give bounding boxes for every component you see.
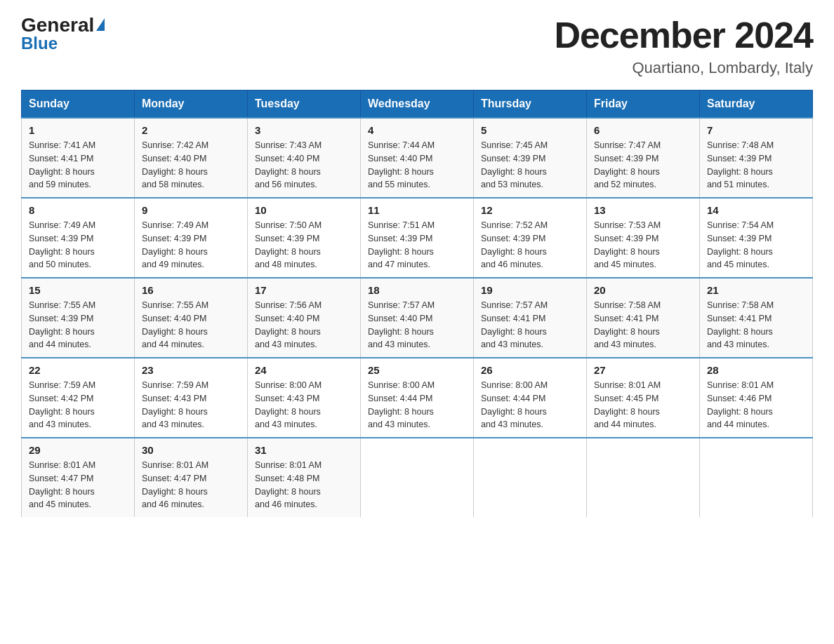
calendar-title: December 2024 bbox=[554, 14, 813, 56]
day-info: Sunrise: 7:45 AM Sunset: 4:39 PM Dayligh… bbox=[481, 139, 579, 192]
day-cell: 7 Sunrise: 7:48 AM Sunset: 4:39 PM Dayli… bbox=[700, 118, 813, 198]
day-cell: 27 Sunrise: 8:01 AM Sunset: 4:45 PM Dayl… bbox=[587, 358, 700, 438]
day-cell: 17 Sunrise: 7:56 AM Sunset: 4:40 PM Dayl… bbox=[248, 278, 361, 358]
day-info: Sunrise: 7:53 AM Sunset: 4:39 PM Dayligh… bbox=[594, 219, 692, 271]
day-info: Sunrise: 7:58 AM Sunset: 4:41 PM Dayligh… bbox=[707, 299, 805, 351]
day-info: Sunrise: 7:52 AM Sunset: 4:39 PM Dayligh… bbox=[481, 219, 579, 271]
day-number: 15 bbox=[29, 284, 127, 296]
day-number: 9 bbox=[142, 204, 240, 216]
day-number: 7 bbox=[707, 124, 805, 136]
day-number: 30 bbox=[142, 444, 240, 456]
day-header-friday: Friday bbox=[587, 90, 700, 119]
day-info: Sunrise: 7:48 AM Sunset: 4:39 PM Dayligh… bbox=[707, 139, 805, 192]
day-number: 14 bbox=[707, 204, 805, 216]
day-number: 12 bbox=[481, 204, 579, 216]
day-cell: 9 Sunrise: 7:49 AM Sunset: 4:39 PM Dayli… bbox=[135, 198, 248, 278]
day-cell bbox=[361, 438, 474, 517]
day-cell: 12 Sunrise: 7:52 AM Sunset: 4:39 PM Dayl… bbox=[474, 198, 587, 278]
days-of-week-row: SundayMondayTuesdayWednesdayThursdayFrid… bbox=[22, 90, 813, 119]
day-number: 22 bbox=[29, 364, 127, 376]
day-number: 5 bbox=[481, 124, 579, 136]
day-info: Sunrise: 7:55 AM Sunset: 4:40 PM Dayligh… bbox=[142, 299, 240, 351]
title-section: December 2024 Quartiano, Lombardy, Italy bbox=[554, 14, 813, 77]
day-cell: 29 Sunrise: 8:01 AM Sunset: 4:47 PM Dayl… bbox=[22, 438, 135, 517]
day-info: Sunrise: 7:44 AM Sunset: 4:40 PM Dayligh… bbox=[368, 139, 466, 192]
day-number: 28 bbox=[707, 364, 805, 376]
day-cell: 15 Sunrise: 7:55 AM Sunset: 4:39 PM Dayl… bbox=[22, 278, 135, 358]
day-number: 24 bbox=[255, 364, 353, 376]
day-info: Sunrise: 8:00 AM Sunset: 4:44 PM Dayligh… bbox=[368, 379, 466, 431]
day-info: Sunrise: 7:57 AM Sunset: 4:40 PM Dayligh… bbox=[368, 299, 466, 351]
day-info: Sunrise: 8:01 AM Sunset: 4:47 PM Dayligh… bbox=[142, 459, 240, 511]
day-header-sunday: Sunday bbox=[22, 90, 135, 119]
day-info: Sunrise: 7:41 AM Sunset: 4:41 PM Dayligh… bbox=[29, 139, 127, 192]
day-info: Sunrise: 7:51 AM Sunset: 4:39 PM Dayligh… bbox=[368, 219, 466, 271]
week-row-4: 22 Sunrise: 7:59 AM Sunset: 4:42 PM Dayl… bbox=[22, 358, 813, 438]
day-number: 27 bbox=[594, 364, 692, 376]
week-row-2: 8 Sunrise: 7:49 AM Sunset: 4:39 PM Dayli… bbox=[22, 198, 813, 278]
day-info: Sunrise: 7:57 AM Sunset: 4:41 PM Dayligh… bbox=[481, 299, 579, 351]
day-number: 25 bbox=[368, 364, 466, 376]
day-number: 17 bbox=[255, 284, 353, 296]
logo-arrow-icon bbox=[96, 18, 105, 31]
page-header: General Blue December 2024 Quartiano, Lo… bbox=[21, 14, 813, 77]
day-number: 29 bbox=[29, 444, 127, 456]
day-cell: 21 Sunrise: 7:58 AM Sunset: 4:41 PM Dayl… bbox=[700, 278, 813, 358]
day-cell: 1 Sunrise: 7:41 AM Sunset: 4:41 PM Dayli… bbox=[22, 118, 135, 198]
day-number: 4 bbox=[368, 124, 466, 136]
week-row-3: 15 Sunrise: 7:55 AM Sunset: 4:39 PM Dayl… bbox=[22, 278, 813, 358]
day-info: Sunrise: 7:50 AM Sunset: 4:39 PM Dayligh… bbox=[255, 219, 353, 271]
day-cell: 20 Sunrise: 7:58 AM Sunset: 4:41 PM Dayl… bbox=[587, 278, 700, 358]
day-header-saturday: Saturday bbox=[700, 90, 813, 119]
day-info: Sunrise: 7:47 AM Sunset: 4:39 PM Dayligh… bbox=[594, 139, 692, 192]
day-number: 8 bbox=[29, 204, 127, 216]
day-number: 13 bbox=[594, 204, 692, 216]
day-info: Sunrise: 8:01 AM Sunset: 4:45 PM Dayligh… bbox=[594, 379, 692, 431]
calendar-subtitle: Quartiano, Lombardy, Italy bbox=[554, 59, 813, 77]
day-info: Sunrise: 7:43 AM Sunset: 4:40 PM Dayligh… bbox=[255, 139, 353, 192]
day-header-tuesday: Tuesday bbox=[248, 90, 361, 119]
day-cell: 24 Sunrise: 8:00 AM Sunset: 4:43 PM Dayl… bbox=[248, 358, 361, 438]
day-cell bbox=[474, 438, 587, 517]
day-info: Sunrise: 7:59 AM Sunset: 4:43 PM Dayligh… bbox=[142, 379, 240, 431]
day-info: Sunrise: 7:54 AM Sunset: 4:39 PM Dayligh… bbox=[707, 219, 805, 271]
day-number: 21 bbox=[707, 284, 805, 296]
day-cell: 13 Sunrise: 7:53 AM Sunset: 4:39 PM Dayl… bbox=[587, 198, 700, 278]
logo: General Blue bbox=[21, 14, 105, 53]
day-info: Sunrise: 7:42 AM Sunset: 4:40 PM Dayligh… bbox=[142, 139, 240, 192]
day-cell: 23 Sunrise: 7:59 AM Sunset: 4:43 PM Dayl… bbox=[135, 358, 248, 438]
day-cell: 10 Sunrise: 7:50 AM Sunset: 4:39 PM Dayl… bbox=[248, 198, 361, 278]
day-cell: 16 Sunrise: 7:55 AM Sunset: 4:40 PM Dayl… bbox=[135, 278, 248, 358]
day-number: 3 bbox=[255, 124, 353, 136]
week-row-1: 1 Sunrise: 7:41 AM Sunset: 4:41 PM Dayli… bbox=[22, 118, 813, 198]
day-info: Sunrise: 8:01 AM Sunset: 4:48 PM Dayligh… bbox=[255, 459, 353, 511]
week-row-5: 29 Sunrise: 8:01 AM Sunset: 4:47 PM Dayl… bbox=[22, 438, 813, 517]
day-number: 19 bbox=[481, 284, 579, 296]
day-number: 10 bbox=[255, 204, 353, 216]
day-header-wednesday: Wednesday bbox=[361, 90, 474, 119]
day-cell: 25 Sunrise: 8:00 AM Sunset: 4:44 PM Dayl… bbox=[361, 358, 474, 438]
day-number: 31 bbox=[255, 444, 353, 456]
day-cell: 4 Sunrise: 7:44 AM Sunset: 4:40 PM Dayli… bbox=[361, 118, 474, 198]
day-header-monday: Monday bbox=[135, 90, 248, 119]
day-cell: 5 Sunrise: 7:45 AM Sunset: 4:39 PM Dayli… bbox=[474, 118, 587, 198]
day-number: 26 bbox=[481, 364, 579, 376]
day-cell: 26 Sunrise: 8:00 AM Sunset: 4:44 PM Dayl… bbox=[474, 358, 587, 438]
day-info: Sunrise: 7:58 AM Sunset: 4:41 PM Dayligh… bbox=[594, 299, 692, 351]
day-number: 2 bbox=[142, 124, 240, 136]
calendar-table: SundayMondayTuesdayWednesdayThursdayFrid… bbox=[21, 90, 813, 517]
day-cell: 18 Sunrise: 7:57 AM Sunset: 4:40 PM Dayl… bbox=[361, 278, 474, 358]
day-info: Sunrise: 7:49 AM Sunset: 4:39 PM Dayligh… bbox=[142, 219, 240, 271]
day-info: Sunrise: 8:01 AM Sunset: 4:47 PM Dayligh… bbox=[29, 459, 127, 511]
day-info: Sunrise: 7:55 AM Sunset: 4:39 PM Dayligh… bbox=[29, 299, 127, 351]
day-number: 16 bbox=[142, 284, 240, 296]
day-info: Sunrise: 8:00 AM Sunset: 4:43 PM Dayligh… bbox=[255, 379, 353, 431]
day-cell: 8 Sunrise: 7:49 AM Sunset: 4:39 PM Dayli… bbox=[22, 198, 135, 278]
day-number: 1 bbox=[29, 124, 127, 136]
day-cell: 30 Sunrise: 8:01 AM Sunset: 4:47 PM Dayl… bbox=[135, 438, 248, 517]
day-cell: 2 Sunrise: 7:42 AM Sunset: 4:40 PM Dayli… bbox=[135, 118, 248, 198]
day-cell: 19 Sunrise: 7:57 AM Sunset: 4:41 PM Dayl… bbox=[474, 278, 587, 358]
day-header-thursday: Thursday bbox=[474, 90, 587, 119]
day-info: Sunrise: 8:00 AM Sunset: 4:44 PM Dayligh… bbox=[481, 379, 579, 431]
day-cell: 6 Sunrise: 7:47 AM Sunset: 4:39 PM Dayli… bbox=[587, 118, 700, 198]
